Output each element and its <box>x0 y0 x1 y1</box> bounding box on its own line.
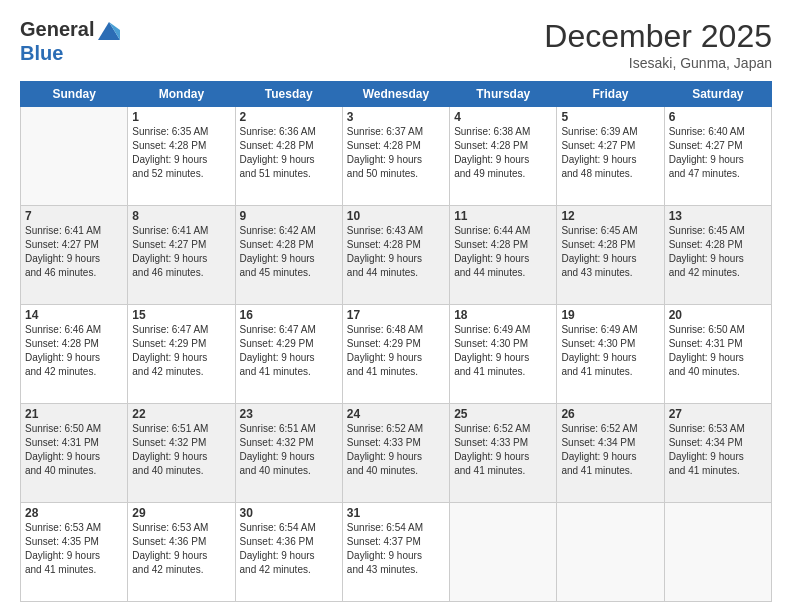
header-thursday: Thursday <box>450 82 557 107</box>
calendar-week-row: 28Sunrise: 6:53 AM Sunset: 4:35 PM Dayli… <box>21 503 772 602</box>
day-number: 18 <box>454 308 552 322</box>
day-number: 23 <box>240 407 338 421</box>
calendar-cell: 20Sunrise: 6:50 AM Sunset: 4:31 PM Dayli… <box>664 305 771 404</box>
header-tuesday: Tuesday <box>235 82 342 107</box>
calendar-cell <box>664 503 771 602</box>
header-wednesday: Wednesday <box>342 82 449 107</box>
day-number: 26 <box>561 407 659 421</box>
day-number: 17 <box>347 308 445 322</box>
calendar-cell: 24Sunrise: 6:52 AM Sunset: 4:33 PM Dayli… <box>342 404 449 503</box>
day-number: 3 <box>347 110 445 124</box>
title-block: December 2025 Isesaki, Gunma, Japan <box>544 18 772 71</box>
calendar-cell: 2Sunrise: 6:36 AM Sunset: 4:28 PM Daylig… <box>235 107 342 206</box>
calendar-cell <box>450 503 557 602</box>
calendar-cell: 30Sunrise: 6:54 AM Sunset: 4:36 PM Dayli… <box>235 503 342 602</box>
day-info: Sunrise: 6:54 AM Sunset: 4:36 PM Dayligh… <box>240 521 338 577</box>
calendar-cell: 5Sunrise: 6:39 AM Sunset: 4:27 PM Daylig… <box>557 107 664 206</box>
logo-general: General <box>20 18 122 42</box>
calendar-cell: 16Sunrise: 6:47 AM Sunset: 4:29 PM Dayli… <box>235 305 342 404</box>
logo: General Blue <box>20 18 122 64</box>
header: General Blue December 2025 Isesaki, Gunm… <box>20 18 772 71</box>
day-number: 5 <box>561 110 659 124</box>
calendar-week-row: 1Sunrise: 6:35 AM Sunset: 4:28 PM Daylig… <box>21 107 772 206</box>
day-number: 30 <box>240 506 338 520</box>
day-number: 2 <box>240 110 338 124</box>
day-info: Sunrise: 6:46 AM Sunset: 4:28 PM Dayligh… <box>25 323 123 379</box>
header-saturday: Saturday <box>664 82 771 107</box>
day-number: 20 <box>669 308 767 322</box>
day-info: Sunrise: 6:49 AM Sunset: 4:30 PM Dayligh… <box>561 323 659 379</box>
calendar-cell <box>21 107 128 206</box>
calendar-cell: 18Sunrise: 6:49 AM Sunset: 4:30 PM Dayli… <box>450 305 557 404</box>
day-info: Sunrise: 6:42 AM Sunset: 4:28 PM Dayligh… <box>240 224 338 280</box>
calendar-cell: 3Sunrise: 6:37 AM Sunset: 4:28 PM Daylig… <box>342 107 449 206</box>
day-number: 19 <box>561 308 659 322</box>
calendar-cell: 28Sunrise: 6:53 AM Sunset: 4:35 PM Dayli… <box>21 503 128 602</box>
calendar-cell: 1Sunrise: 6:35 AM Sunset: 4:28 PM Daylig… <box>128 107 235 206</box>
calendar-cell: 13Sunrise: 6:45 AM Sunset: 4:28 PM Dayli… <box>664 206 771 305</box>
header-friday: Friday <box>557 82 664 107</box>
calendar-cell: 11Sunrise: 6:44 AM Sunset: 4:28 PM Dayli… <box>450 206 557 305</box>
day-number: 16 <box>240 308 338 322</box>
calendar-cell: 17Sunrise: 6:48 AM Sunset: 4:29 PM Dayli… <box>342 305 449 404</box>
day-info: Sunrise: 6:45 AM Sunset: 4:28 PM Dayligh… <box>669 224 767 280</box>
day-info: Sunrise: 6:45 AM Sunset: 4:28 PM Dayligh… <box>561 224 659 280</box>
calendar-cell: 25Sunrise: 6:52 AM Sunset: 4:33 PM Dayli… <box>450 404 557 503</box>
page: General Blue December 2025 Isesaki, Gunm… <box>0 0 792 612</box>
day-info: Sunrise: 6:39 AM Sunset: 4:27 PM Dayligh… <box>561 125 659 181</box>
header-sunday: Sunday <box>21 82 128 107</box>
day-number: 22 <box>132 407 230 421</box>
day-number: 11 <box>454 209 552 223</box>
day-info: Sunrise: 6:43 AM Sunset: 4:28 PM Dayligh… <box>347 224 445 280</box>
day-info: Sunrise: 6:41 AM Sunset: 4:27 PM Dayligh… <box>132 224 230 280</box>
weekday-header-row: Sunday Monday Tuesday Wednesday Thursday… <box>21 82 772 107</box>
calendar-cell: 15Sunrise: 6:47 AM Sunset: 4:29 PM Dayli… <box>128 305 235 404</box>
day-info: Sunrise: 6:48 AM Sunset: 4:29 PM Dayligh… <box>347 323 445 379</box>
location: Isesaki, Gunma, Japan <box>544 55 772 71</box>
calendar-cell: 9Sunrise: 6:42 AM Sunset: 4:28 PM Daylig… <box>235 206 342 305</box>
calendar-cell <box>557 503 664 602</box>
day-info: Sunrise: 6:53 AM Sunset: 4:36 PM Dayligh… <box>132 521 230 577</box>
day-info: Sunrise: 6:52 AM Sunset: 4:33 PM Dayligh… <box>347 422 445 478</box>
day-info: Sunrise: 6:51 AM Sunset: 4:32 PM Dayligh… <box>240 422 338 478</box>
calendar-table: Sunday Monday Tuesday Wednesday Thursday… <box>20 81 772 602</box>
calendar-cell: 21Sunrise: 6:50 AM Sunset: 4:31 PM Dayli… <box>21 404 128 503</box>
day-info: Sunrise: 6:54 AM Sunset: 4:37 PM Dayligh… <box>347 521 445 577</box>
day-info: Sunrise: 6:40 AM Sunset: 4:27 PM Dayligh… <box>669 125 767 181</box>
day-info: Sunrise: 6:35 AM Sunset: 4:28 PM Dayligh… <box>132 125 230 181</box>
calendar-cell: 26Sunrise: 6:52 AM Sunset: 4:34 PM Dayli… <box>557 404 664 503</box>
calendar-week-row: 14Sunrise: 6:46 AM Sunset: 4:28 PM Dayli… <box>21 305 772 404</box>
day-number: 15 <box>132 308 230 322</box>
day-number: 6 <box>669 110 767 124</box>
day-number: 4 <box>454 110 552 124</box>
day-number: 21 <box>25 407 123 421</box>
day-info: Sunrise: 6:47 AM Sunset: 4:29 PM Dayligh… <box>132 323 230 379</box>
day-number: 14 <box>25 308 123 322</box>
month-title: December 2025 <box>544 18 772 55</box>
day-info: Sunrise: 6:50 AM Sunset: 4:31 PM Dayligh… <box>669 323 767 379</box>
day-number: 27 <box>669 407 767 421</box>
calendar-week-row: 7Sunrise: 6:41 AM Sunset: 4:27 PM Daylig… <box>21 206 772 305</box>
calendar-cell: 22Sunrise: 6:51 AM Sunset: 4:32 PM Dayli… <box>128 404 235 503</box>
day-info: Sunrise: 6:44 AM Sunset: 4:28 PM Dayligh… <box>454 224 552 280</box>
day-info: Sunrise: 6:49 AM Sunset: 4:30 PM Dayligh… <box>454 323 552 379</box>
day-info: Sunrise: 6:51 AM Sunset: 4:32 PM Dayligh… <box>132 422 230 478</box>
calendar-cell: 10Sunrise: 6:43 AM Sunset: 4:28 PM Dayli… <box>342 206 449 305</box>
day-info: Sunrise: 6:53 AM Sunset: 4:34 PM Dayligh… <box>669 422 767 478</box>
day-info: Sunrise: 6:52 AM Sunset: 4:33 PM Dayligh… <box>454 422 552 478</box>
calendar-cell: 14Sunrise: 6:46 AM Sunset: 4:28 PM Dayli… <box>21 305 128 404</box>
day-number: 31 <box>347 506 445 520</box>
day-info: Sunrise: 6:52 AM Sunset: 4:34 PM Dayligh… <box>561 422 659 478</box>
calendar-cell: 6Sunrise: 6:40 AM Sunset: 4:27 PM Daylig… <box>664 107 771 206</box>
day-number: 7 <box>25 209 123 223</box>
calendar-cell: 29Sunrise: 6:53 AM Sunset: 4:36 PM Dayli… <box>128 503 235 602</box>
calendar-week-row: 21Sunrise: 6:50 AM Sunset: 4:31 PM Dayli… <box>21 404 772 503</box>
calendar-cell: 31Sunrise: 6:54 AM Sunset: 4:37 PM Dayli… <box>342 503 449 602</box>
day-info: Sunrise: 6:36 AM Sunset: 4:28 PM Dayligh… <box>240 125 338 181</box>
day-number: 25 <box>454 407 552 421</box>
day-number: 29 <box>132 506 230 520</box>
day-info: Sunrise: 6:38 AM Sunset: 4:28 PM Dayligh… <box>454 125 552 181</box>
day-info: Sunrise: 6:41 AM Sunset: 4:27 PM Dayligh… <box>25 224 123 280</box>
day-number: 13 <box>669 209 767 223</box>
day-info: Sunrise: 6:47 AM Sunset: 4:29 PM Dayligh… <box>240 323 338 379</box>
